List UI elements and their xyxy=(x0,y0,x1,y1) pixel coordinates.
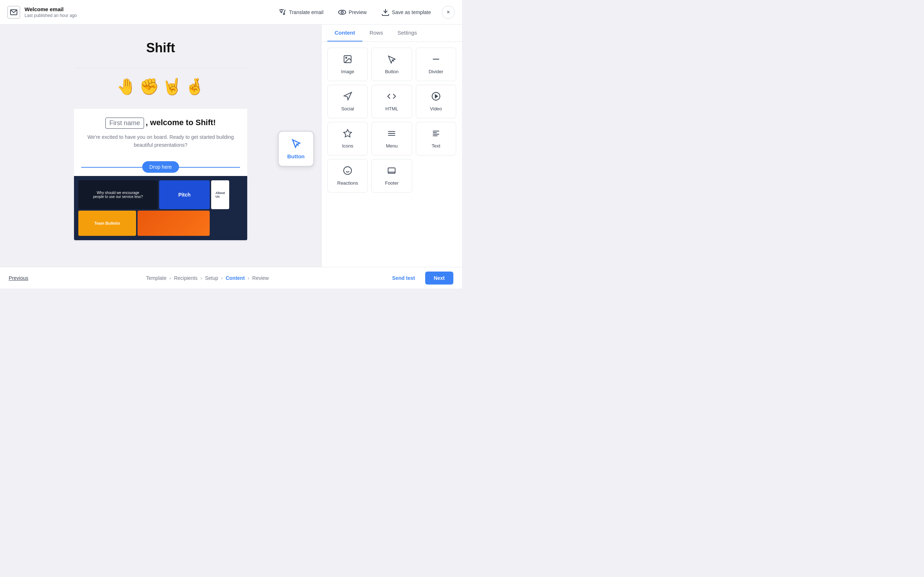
content-item-image[interactable]: Image xyxy=(327,48,368,81)
email-subtitle: Last published an hour ago xyxy=(24,13,77,18)
drop-zone[interactable]: Drop here xyxy=(81,158,240,176)
next-button[interactable]: Next xyxy=(425,272,453,285)
tab-rows[interactable]: Rows xyxy=(362,24,391,42)
svg-point-2 xyxy=(341,11,343,13)
image-label: Image xyxy=(341,69,354,74)
canvas-area: Shift 🤚 ✊ 🤘 🤞 First name , welcome to Sh… xyxy=(0,24,321,267)
content-item-text[interactable]: Text xyxy=(416,122,456,155)
header: Welcome email Last published an hour ago… xyxy=(0,0,462,24)
pitch-area: Why should we encouragepeople to use our… xyxy=(74,176,247,240)
breadcrumb-recipients[interactable]: Recipients xyxy=(174,275,197,281)
menu-label: Menu xyxy=(386,143,398,148)
previous-button[interactable]: Previous xyxy=(9,275,28,281)
footer-bar: Previous Template › Recipients › Setup ›… xyxy=(0,267,462,288)
breadcrumb-sep-4: › xyxy=(247,275,249,281)
breadcrumb-review[interactable]: Review xyxy=(252,275,269,281)
content-item-reactions[interactable]: Reactions xyxy=(327,159,368,193)
pitch-card-dark: Why should we encouragepeople to use our… xyxy=(78,180,158,209)
hand-emoji-1: 🤚 xyxy=(116,77,136,96)
breadcrumb-content[interactable]: Content xyxy=(226,275,245,281)
firstname-block: First name , welcome to Shift! We're exc… xyxy=(74,109,247,158)
video-label: Video xyxy=(430,106,442,111)
breadcrumb-sep-3: › xyxy=(221,275,223,281)
content-grid: Image Button xyxy=(327,48,456,193)
close-button[interactable]: × xyxy=(442,6,455,19)
text-icon xyxy=(431,129,441,140)
main-layout: Shift 🤚 ✊ 🤘 🤞 First name , welcome to Sh… xyxy=(0,24,462,267)
email-title: Welcome email xyxy=(24,6,77,12)
send-test-button[interactable]: Send test xyxy=(386,272,421,284)
header-actions: Translate email Preview Save as template… xyxy=(275,6,455,19)
content-item-footer[interactable]: Footer xyxy=(372,159,412,193)
panel-content: Image Button xyxy=(321,42,462,267)
welcome-line: First name , welcome to Shift! xyxy=(85,118,236,129)
content-item-html[interactable]: HTML xyxy=(372,85,412,118)
tab-content[interactable]: Content xyxy=(327,24,362,42)
social-icon xyxy=(343,92,352,103)
svg-rect-19 xyxy=(388,168,396,173)
video-icon xyxy=(431,92,441,103)
content-item-video[interactable]: Video xyxy=(416,85,456,118)
email-brand-title: Shift xyxy=(81,40,240,56)
footer-icon xyxy=(387,166,396,177)
footer-left: Previous xyxy=(9,275,28,281)
svg-point-16 xyxy=(344,167,352,174)
translate-button[interactable]: Translate email xyxy=(275,6,327,19)
svg-point-1 xyxy=(339,10,346,15)
breadcrumb-sep-1: › xyxy=(169,275,171,281)
content-item-divider[interactable]: Divider xyxy=(416,48,456,81)
icons-label: Icons xyxy=(342,143,353,148)
social-label: Social xyxy=(341,106,354,111)
email-canvas: Shift 🤚 ✊ 🤘 🤞 First name , welcome to Sh… xyxy=(74,30,247,261)
email-body: 🤚 ✊ 🤘 🤞 First name , welcome to Shift! W… xyxy=(74,69,247,240)
pitch-card-yellow: Team Bulletin xyxy=(78,211,136,236)
content-item-icons[interactable]: Icons xyxy=(327,122,368,155)
hand-emoji-4: 🤞 xyxy=(185,77,205,96)
menu-icon xyxy=(387,129,396,140)
hand-emoji-3: 🤘 xyxy=(162,77,182,96)
email-icon xyxy=(7,6,20,19)
tab-settings[interactable]: Settings xyxy=(390,24,424,42)
welcome-suffix: , welcome to Shift! xyxy=(146,118,216,127)
pitch-card-about: AboutUs xyxy=(211,180,229,209)
pitch-card-blue: Pitch xyxy=(159,180,210,209)
content-item-menu[interactable]: Menu xyxy=(372,122,412,155)
button-label: Button xyxy=(385,69,399,74)
pitch-bottom-row: Team Bulletin xyxy=(78,211,210,236)
content-item-social[interactable]: Social xyxy=(327,85,368,118)
content-item-button[interactable]: Button xyxy=(372,48,412,81)
svg-point-4 xyxy=(346,57,347,58)
image-icon xyxy=(343,55,352,66)
html-label: HTML xyxy=(386,106,398,111)
button-icon xyxy=(387,55,396,66)
emoji-hands: 🤚 ✊ 🤘 🤞 xyxy=(85,77,236,96)
save-template-label: Save as template xyxy=(392,10,431,15)
divider-label: Divider xyxy=(429,69,443,74)
hands-section: 🤚 ✊ 🤘 🤞 xyxy=(74,69,247,109)
svg-marker-8 xyxy=(344,129,352,137)
pitch-card-orange xyxy=(137,211,210,236)
welcome-body-text: We're excited to have you on board. Read… xyxy=(85,133,236,149)
footer-label: Footer xyxy=(385,180,399,186)
footer-right: Send test Next xyxy=(386,272,453,285)
svg-marker-7 xyxy=(435,95,438,98)
text-label: Text xyxy=(432,143,440,148)
widget-cursor-icon xyxy=(291,138,301,150)
save-template-button[interactable]: Save as template xyxy=(378,6,435,19)
header-title-block: Welcome email Last published an hour ago xyxy=(24,6,77,18)
html-icon xyxy=(387,92,396,103)
reactions-icon xyxy=(343,166,352,177)
drop-here-button[interactable]: Drop here xyxy=(142,161,179,173)
preview-button[interactable]: Preview xyxy=(334,6,370,19)
breadcrumb-template[interactable]: Template xyxy=(146,275,166,281)
right-panel: Content Rows Settings xyxy=(321,24,462,267)
divider-icon xyxy=(431,55,441,66)
icons-icon xyxy=(343,129,352,140)
reactions-label: Reactions xyxy=(337,180,358,186)
floating-button-widget: Button xyxy=(278,131,314,167)
breadcrumb: Template › Recipients › Setup › Content … xyxy=(146,275,268,281)
translate-label: Translate email xyxy=(289,10,323,15)
breadcrumb-setup[interactable]: Setup xyxy=(205,275,218,281)
email-header-bg: Shift xyxy=(74,30,247,69)
breadcrumb-sep-2: › xyxy=(200,275,202,281)
